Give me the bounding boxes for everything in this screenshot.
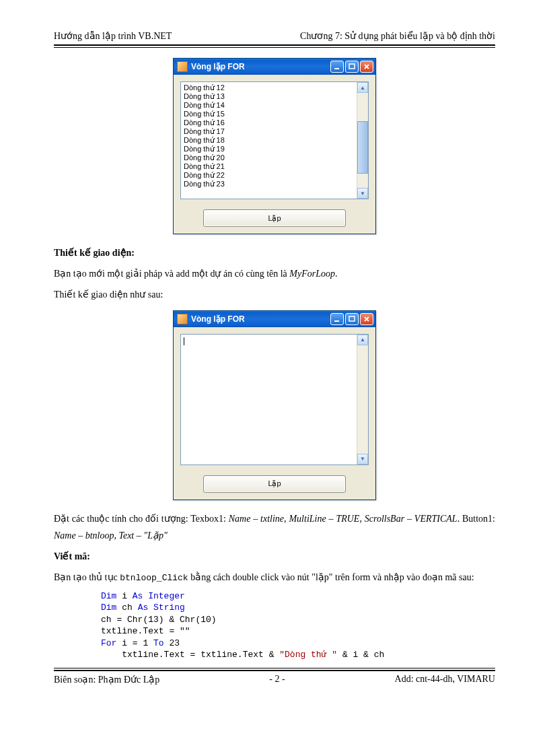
scroll-down-icon[interactable]: ▼ <box>357 454 368 465</box>
loop-button-label: Lặp <box>268 214 281 223</box>
paragraph-design: Thiết kế giao diện như sau: <box>54 286 495 303</box>
textbox-txtline[interactable]: ▲ ▼ <box>180 334 369 465</box>
svg-rect-1 <box>349 64 355 69</box>
page-header: Hướng dẫn lập trình VB.NET Chương 7: Sử … <box>54 30 495 42</box>
app-icon <box>177 314 188 324</box>
page-footer: Biên soạn: Phạm Đức Lập - 2 - Add: cnt-4… <box>54 674 495 685</box>
footer-right: Add: cnt-44-dh, VIMARU <box>395 674 495 685</box>
maximize-button[interactable] <box>345 61 359 73</box>
scroll-track[interactable] <box>357 345 368 454</box>
minimize-button[interactable] <box>330 61 344 73</box>
form-window: Vòng lặp FOR Dòng thứ 12 Dòng thứ 13 Dòn… <box>173 58 376 234</box>
header-left: Hướng dẫn lập trình VB.NET <box>54 30 172 42</box>
close-button[interactable] <box>360 61 373 73</box>
header-rule <box>54 44 495 48</box>
scrollbar[interactable]: ▲ ▼ <box>357 82 368 199</box>
loop-button[interactable]: Lặp <box>203 209 346 227</box>
scroll-up-icon[interactable]: ▲ <box>357 335 368 345</box>
window-title: Vòng lặp FOR <box>191 62 329 71</box>
close-button[interactable] <box>360 313 373 325</box>
screenshot-1: Vòng lặp FOR Dòng thứ 12 Dòng thứ 13 Dòn… <box>54 58 495 234</box>
svg-rect-0 <box>334 68 339 69</box>
heading-design: Thiết kế giao diện: <box>54 244 495 261</box>
heading-code: Viết mã: <box>54 548 495 565</box>
paragraph-properties: Đặt các thuộc tính cho đối tượng: Texbox… <box>54 510 495 544</box>
footer-left: Biên soạn: Phạm Đức Lập <box>54 674 159 685</box>
loop-button-label: Lặp <box>268 479 281 488</box>
textbox-txtline[interactable]: Dòng thứ 12 Dòng thứ 13 Dòng thứ 14 Dòng… <box>180 81 369 199</box>
titlebar[interactable]: Vòng lặp FOR <box>174 59 375 75</box>
footer-center: - 2 - <box>269 674 285 685</box>
scroll-track[interactable] <box>357 93 368 188</box>
screenshot-2: Vòng lặp FOR ▲ ▼ <box>54 310 495 500</box>
maximize-button[interactable] <box>345 313 359 325</box>
minimize-button[interactable] <box>330 313 344 325</box>
header-right: Chương 7: Sử dụng phát biểu lặp và bộ đị… <box>300 30 495 42</box>
scroll-down-icon[interactable]: ▼ <box>357 188 368 199</box>
paragraph-create: Bạn tạo mới một giải pháp và add một dự … <box>54 265 495 282</box>
scroll-up-icon[interactable]: ▲ <box>357 82 368 93</box>
app-icon <box>177 61 188 72</box>
form-window: Vòng lặp FOR ▲ ▼ <box>173 310 376 500</box>
code-block: Dim i As Integer Dim ch As String ch = C… <box>101 590 495 661</box>
paragraph-proc: Bạn tạo thủ tục btnloop_Click bằng cách … <box>54 569 495 586</box>
scroll-thumb[interactable] <box>357 121 368 174</box>
footer-rule <box>54 668 495 671</box>
svg-rect-3 <box>349 316 355 321</box>
textbox-content: Dòng thứ 12 Dòng thứ 13 Dòng thứ 14 Dòng… <box>181 82 357 199</box>
loop-button[interactable]: Lặp <box>203 475 346 493</box>
textbox-content <box>181 335 357 465</box>
titlebar[interactable]: Vòng lặp FOR <box>174 311 375 327</box>
text-caret-icon <box>184 337 184 345</box>
scrollbar[interactable]: ▲ ▼ <box>357 335 368 465</box>
window-title: Vòng lặp FOR <box>191 314 329 324</box>
svg-rect-2 <box>334 320 339 322</box>
